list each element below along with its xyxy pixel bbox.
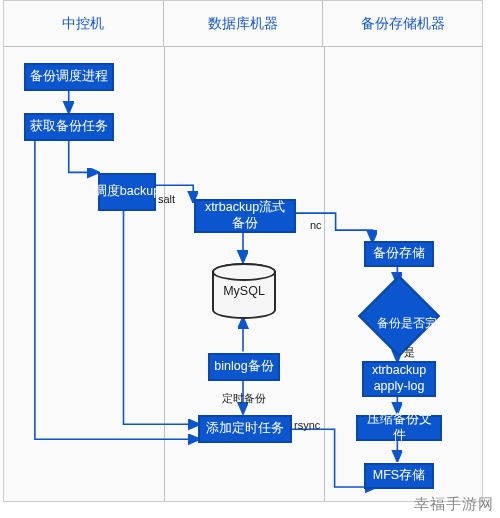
edge-label-rsync: rsync: [294, 419, 320, 431]
lane-db: 数据库机器: [163, 1, 323, 46]
text: 调度backup: [94, 184, 160, 200]
node-sched-backup: 调度backup: [98, 173, 156, 211]
node-sched-process: 备份调度进程: [24, 63, 114, 91]
node-xtra-stream: xtrbackup流式 备份: [194, 199, 296, 233]
node-compress: 压缩备份文件: [356, 415, 442, 441]
edge-label-yes: 是: [404, 345, 415, 360]
swimlane-header: 中控机 数据库机器 备份存储机器: [4, 1, 482, 47]
node-decision-done: 备份是否完成: [358, 275, 440, 357]
lane-controller: 中控机: [4, 1, 163, 46]
node-apply-log: xtrbackup apply-log: [362, 361, 436, 397]
node-add-cron: 添加定时任务: [198, 415, 292, 443]
text: MySQL: [223, 284, 265, 298]
lane-divider: [324, 47, 325, 501]
diagram-stage: 中控机 数据库机器 备份存储机器: [0, 0, 500, 518]
lane-divider: [164, 47, 165, 501]
node-get-task: 获取备份任务: [24, 113, 114, 141]
node-binlog: binlog备份: [208, 353, 280, 381]
node-backup-store: 备份存储: [364, 241, 434, 267]
text: 备份是否完成: [358, 315, 468, 332]
lane-storage: 备份存储机器: [322, 1, 482, 46]
edge-label-nc: nc: [310, 219, 322, 231]
watermark: 幸福手游网: [414, 495, 494, 514]
node-mfs: MFS存储: [364, 463, 434, 489]
edge-label-timed: 定时备份: [222, 391, 266, 406]
node-mysql: MySQL: [212, 263, 276, 319]
edge-label-salt: salt: [158, 193, 175, 205]
diagram-canvas: 中控机 数据库机器 备份存储机器: [3, 0, 483, 502]
